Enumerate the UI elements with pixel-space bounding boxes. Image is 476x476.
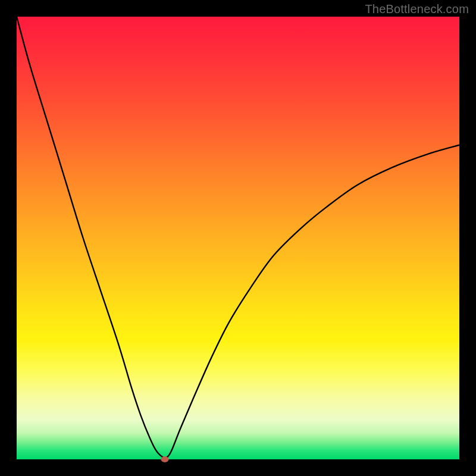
- bottleneck-curve: [17, 17, 459, 459]
- optimum-marker: [161, 456, 169, 462]
- plot-area: [17, 17, 459, 459]
- chart-frame: TheBottleneck.com: [0, 0, 476, 476]
- attribution-text: TheBottleneck.com: [365, 2, 469, 16]
